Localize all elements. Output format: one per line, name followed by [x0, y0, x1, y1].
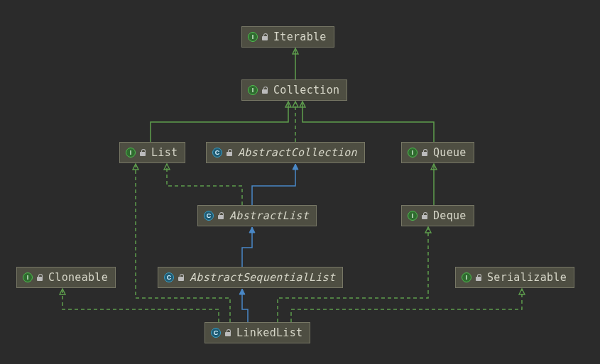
node-iterable[interactable]: I Iterable	[241, 26, 334, 48]
node-cloneable[interactable]: I Cloneable	[16, 267, 116, 288]
lock-icon	[262, 87, 269, 94]
lock-icon	[37, 274, 44, 281]
class-icon: C	[164, 272, 174, 282]
node-label: Iterable	[273, 31, 327, 43]
node-label: Deque	[433, 209, 467, 222]
lock-icon	[140, 149, 147, 156]
lock-icon	[262, 33, 269, 40]
interface-icon: I	[248, 85, 258, 95]
lock-icon	[225, 329, 232, 336]
node-abstractlist[interactable]: C AbstractList	[197, 205, 317, 226]
node-abstractcollection[interactable]: C AbstractCollection	[206, 142, 365, 163]
class-icon: C	[204, 211, 214, 221]
interface-icon: I	[248, 32, 258, 42]
class-icon: C	[212, 148, 222, 158]
connector-layer	[0, 0, 600, 364]
lock-icon	[476, 274, 483, 281]
node-label: Collection	[273, 84, 339, 96]
node-linkedlist[interactable]: C LinkedList	[204, 322, 310, 343]
lock-icon	[422, 212, 429, 219]
interface-icon: I	[408, 148, 418, 158]
node-label: LinkedList	[236, 326, 302, 339]
interface-icon: I	[23, 272, 33, 282]
node-list[interactable]: I List	[119, 142, 185, 163]
interface-icon: I	[462, 272, 471, 282]
lock-icon	[422, 149, 429, 156]
interface-icon: I	[408, 211, 418, 221]
node-collection[interactable]: I Collection	[241, 79, 347, 101]
interface-icon: I	[126, 148, 136, 158]
node-label: AbstractCollection	[238, 146, 357, 159]
node-label: Serializable	[487, 271, 567, 284]
node-serializable[interactable]: I Serializable	[455, 267, 574, 288]
node-label: Cloneable	[48, 271, 108, 284]
node-label: List	[151, 146, 178, 159]
lock-icon	[218, 212, 225, 219]
node-label: Queue	[433, 146, 467, 159]
node-queue[interactable]: I Queue	[401, 142, 474, 163]
lock-icon	[227, 149, 234, 156]
node-abstractsequentiallist[interactable]: C AbstractSequentialList	[158, 267, 343, 288]
node-deque[interactable]: I Deque	[401, 205, 474, 226]
class-icon: C	[211, 328, 221, 338]
lock-icon	[178, 274, 185, 281]
node-label: AbstractSequentialList	[190, 271, 335, 284]
node-label: AbstractList	[229, 209, 309, 222]
